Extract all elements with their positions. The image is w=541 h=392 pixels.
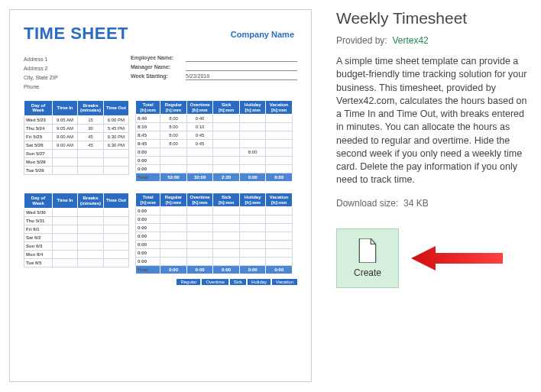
- download-size: Download size: 34 KB: [336, 198, 529, 209]
- week2-hours-table: Total [h]:mmRegular [h]:mmOvertime [h]:m…: [135, 193, 293, 274]
- provider-link[interactable]: Vertex42: [392, 35, 428, 46]
- arrow-icon: [411, 243, 503, 274]
- template-info-pane: Weekly Timesheet Provided by: Vertex42 A…: [321, 0, 541, 392]
- company-name: Company Name: [231, 30, 294, 39]
- legend: RegularOvertimeSickHolidayVacation: [24, 279, 297, 285]
- create-button[interactable]: Create: [336, 228, 399, 288]
- week1-hours-table: Total [h]:mmRegular [h]:mmOvertime [h]:m…: [135, 100, 293, 182]
- provided-by: Provided by: Vertex42: [336, 35, 529, 46]
- address2: Address 2: [24, 64, 131, 71]
- week2-time-table: Day of WeekTime InBreaks (minutes)Time O…: [24, 193, 129, 274]
- week-starting-label: Week Starting:: [131, 73, 186, 80]
- template-thumbnail[interactable]: TIME SHEET Company Name Address 1 Employ…: [9, 9, 312, 382]
- template-title: Weekly Timesheet: [336, 9, 529, 28]
- week1-time-table: Day of WeekTime InBreaks (minutes)Time O…: [24, 100, 129, 182]
- svg-marker-0: [411, 246, 503, 271]
- city-zip: City, State ZIP: [24, 73, 131, 80]
- week-starting-value: 5/23/2018: [186, 73, 297, 80]
- week1-tables: Day of WeekTime InBreaks (minutes)Time O…: [24, 100, 297, 182]
- manager-label: Manager Name:: [131, 64, 186, 71]
- create-label: Create: [354, 267, 381, 278]
- address1: Address 1: [24, 55, 131, 62]
- template-description: A simple time sheet template can provide…: [336, 55, 529, 187]
- week2-tables: Day of WeekTime InBreaks (minutes)Time O…: [24, 193, 297, 274]
- template-preview-pane: TIME SHEET Company Name Address 1 Employ…: [0, 0, 321, 392]
- document-icon: [358, 238, 377, 263]
- employee-label: Employee Name:: [131, 55, 186, 62]
- phone-label: Phone: [24, 83, 131, 89]
